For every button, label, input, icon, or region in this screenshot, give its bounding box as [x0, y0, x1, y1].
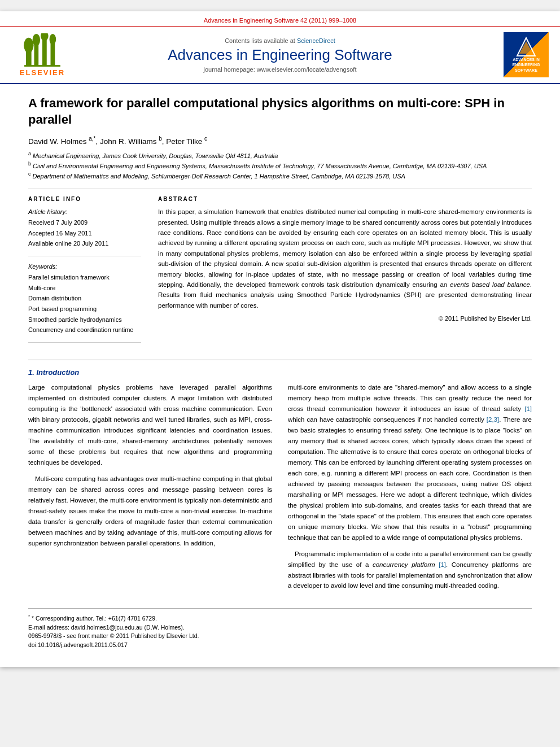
- body-two-col: Large computational physics problems hav…: [28, 382, 532, 597]
- elsevier-text: ELSEVIER: [20, 68, 65, 77]
- elsevier-tree-icon: [23, 33, 62, 67]
- footnote-email: E-mail address: david.holmes1@jcu.edu.au…: [28, 623, 532, 632]
- journal-header-main: ELSEVIER Contents lists available at Sci…: [0, 27, 560, 84]
- keyword-3: Domain distribution: [28, 293, 141, 304]
- intro-p4: Programmatic implementation of a code in…: [288, 549, 532, 592]
- intro-section: 1. Introduction Large computational phys…: [28, 360, 532, 597]
- body-col-right: multi-core environments to date are "sha…: [288, 382, 532, 597]
- article-info-label: ARTICLE INFO: [28, 196, 141, 202]
- article-info-col: ARTICLE INFO Article history: Received 7…: [28, 196, 141, 350]
- divider-1: [28, 189, 532, 189]
- affiliations: a Mechanical Engineering, James Cook Uni…: [28, 150, 532, 181]
- journal-homepage: journal homepage: www.elsevier.com/locat…: [73, 66, 487, 73]
- accepted-date: Accepted 16 May 2011: [28, 228, 141, 239]
- badge-icon: [516, 37, 536, 57]
- authors: David W. Holmes a,*, John R. Williams b,…: [28, 136, 532, 146]
- intro-p3: multi-core environments to date are "sha…: [288, 382, 532, 543]
- article-content: A framework for parallel computational p…: [0, 84, 560, 667]
- article-info-abstract: ARTICLE INFO Article history: Received 7…: [28, 196, 532, 350]
- journal-badge: ADVANCES IN ENGINEERING SOFTWARE: [504, 32, 549, 77]
- footnote-doi: doi:10.1016/j.advengsoft.2011.05.017: [28, 641, 532, 650]
- footnote-star: * * Corresponding author. Tel.: +61(7) 4…: [28, 613, 532, 623]
- article-history: Article history: Received 7 July 2009 Ac…: [28, 207, 141, 249]
- ref-23: [2,3]: [487, 416, 499, 423]
- svg-rect-4: [42, 38, 47, 65]
- intro-p2: Multi-core computing has advantages over…: [28, 474, 272, 549]
- ref-1b: [1]: [439, 561, 446, 568]
- badge-text: ADVANCES IN ENGINEERING SOFTWARE: [512, 57, 540, 72]
- keywords-section: Keywords: Parallel simulation framework …: [28, 263, 141, 335]
- abstract-text: In this paper, a simulation framework th…: [158, 207, 532, 311]
- footnote-section: * * Corresponding author. Tel.: +61(7) 4…: [28, 608, 532, 650]
- svg-rect-2: [34, 44, 38, 66]
- journal-header-top: Advances in Engineering Software 42 (201…: [0, 11, 560, 27]
- body-col-left: Large computational physics problems hav…: [28, 382, 272, 597]
- article-title: A framework for parallel computational p…: [28, 95, 532, 128]
- divider-keywords: [28, 256, 141, 256]
- svg-point-1: [24, 37, 33, 53]
- keyword-5: Smoothed particle hydrodynamics: [28, 314, 141, 325]
- abstract-label: ABSTRACT: [158, 196, 532, 202]
- history-label: Article history:: [28, 207, 141, 217]
- received-date: Received 7 July 2009: [28, 217, 141, 228]
- keywords-list: Parallel simulation framework Multi-core…: [28, 272, 141, 335]
- keyword-6: Concurrency and coordination runtime: [28, 325, 141, 335]
- footnote-issn: 0965-9978/$ - see front matter © 2011 Pu…: [28, 632, 532, 641]
- keywords-title: Keywords:: [28, 263, 141, 270]
- ref-1: [1]: [524, 405, 532, 412]
- abstract-col: ABSTRACT In this paper, a simulation fra…: [158, 196, 532, 350]
- divider-bottom-left: [28, 342, 141, 343]
- affiliation-a: a Mechanical Engineering, James Cook Uni…: [28, 150, 532, 160]
- header-right-logo: ADVANCES IN ENGINEERING SOFTWARE: [487, 32, 549, 77]
- elsevier-logo: ELSEVIER: [11, 33, 73, 77]
- header-center: Contents lists available at ScienceDirec…: [73, 37, 487, 73]
- journal-ref: Advances in Engineering Software 42 (201…: [204, 17, 356, 24]
- svg-rect-6: [51, 43, 55, 66]
- copyright: © 2011 Published by Elsevier Ltd.: [158, 315, 532, 322]
- page: Advances in Engineering Software 42 (201…: [0, 11, 560, 667]
- affiliation-c: c Department of Mathematics and Modeling…: [28, 171, 532, 181]
- intro-p1: Large computational physics problems hav…: [28, 382, 272, 468]
- sciencedirect-line: Contents lists available at ScienceDirec…: [73, 37, 487, 44]
- available-date: Available online 20 July 2011: [28, 238, 141, 249]
- keyword-2: Multi-core: [28, 283, 141, 294]
- svg-rect-8: [24, 65, 60, 67]
- section1-title: 1. Introduction: [28, 368, 532, 377]
- affiliation-b: b Civil and Environmental Engineering an…: [28, 160, 532, 171]
- keyword-4: Port based programming: [28, 304, 141, 314]
- keyword-1: Parallel simulation framework: [28, 272, 141, 283]
- svg-point-7: [50, 33, 56, 44]
- journal-title: Advances in Engineering Software: [73, 46, 487, 64]
- svg-point-5: [41, 33, 49, 41]
- header-left-logo: ELSEVIER: [11, 33, 73, 77]
- sciencedirect-link[interactable]: ScienceDirect: [297, 37, 335, 44]
- svg-point-3: [33, 33, 41, 45]
